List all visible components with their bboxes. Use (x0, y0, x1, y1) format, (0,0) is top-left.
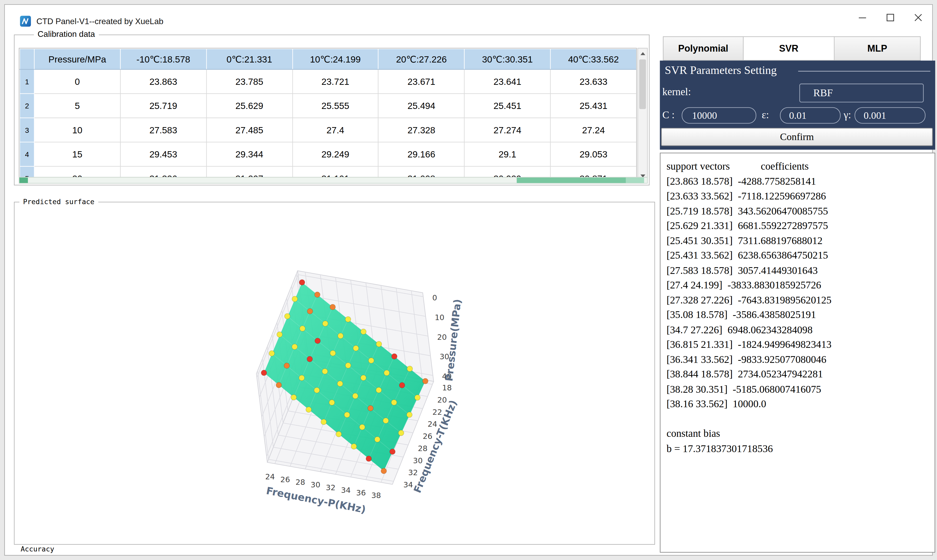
table-cell[interactable]: 29.344 (207, 142, 292, 166)
table-cell[interactable]: 23.863 (120, 69, 206, 93)
data-point (338, 333, 343, 338)
table-cell[interactable]: 0 (34, 69, 120, 93)
x-tick-label: 30 (311, 480, 320, 489)
sv-header: support vectors coefficients (667, 159, 935, 174)
table-cell[interactable]: 25.431 (550, 94, 637, 118)
tab-polynomial[interactable]: Polynomial (663, 36, 744, 60)
table-cell[interactable]: 23.633 (550, 69, 637, 93)
support-vector-point (299, 280, 305, 285)
column-header[interactable]: -10℃:18.578 (120, 49, 206, 69)
horizontal-scroll-left-cap[interactable] (20, 177, 28, 183)
calibration-table[interactable]: Pressure/MPa-10℃:18.5780℃:21.33110℃:24.1… (19, 48, 637, 181)
table-cell[interactable]: 23.671 (378, 69, 464, 93)
epsilon-value: 0.01 (789, 109, 806, 122)
z-tick-label: 0 (432, 293, 437, 302)
table-horizontal-scrollbar[interactable] (19, 177, 647, 184)
row-number[interactable]: 3 (20, 118, 34, 142)
epsilon-input[interactable]: 0.01 (780, 107, 841, 123)
table-corner-cell (20, 49, 34, 69)
row-number[interactable]: 2 (20, 94, 34, 118)
vertical-scroll-thumb[interactable] (639, 59, 646, 109)
horizontal-scroll-right-cap[interactable] (626, 177, 644, 183)
table-vertical-scrollbar[interactable] (638, 48, 648, 181)
kernel-select[interactable]: RBF (800, 83, 924, 102)
table-cell[interactable]: 25.494 (378, 94, 464, 118)
y-tick-label: 28 (418, 444, 428, 453)
table-cell[interactable]: 27.24 (550, 118, 637, 142)
row-number[interactable]: 1 (20, 69, 34, 93)
table-cell[interactable]: 25.555 (292, 94, 378, 118)
data-point (314, 388, 320, 393)
horizontal-scroll-thumb[interactable] (517, 177, 626, 183)
data-point (299, 326, 305, 331)
kernel-value: RBF (814, 87, 833, 99)
c-input[interactable]: 10000 (682, 107, 756, 123)
titlebar: CTD Panel-V1--created by XueLab (5, 5, 932, 30)
column-header[interactable]: 10℃:24.199 (292, 49, 378, 69)
z-tick-label: 10 (435, 313, 444, 322)
data-point (351, 443, 357, 449)
table-cell[interactable]: 29.249 (292, 142, 378, 166)
tab-svr[interactable]: SVR (744, 36, 834, 60)
table-cell[interactable]: 10 (34, 118, 120, 142)
kernel-label: kernel: (662, 86, 691, 98)
table-cell[interactable]: 27.274 (465, 118, 550, 142)
table-cell[interactable]: 27.485 (207, 118, 292, 142)
table-cell[interactable]: 27.583 (120, 118, 206, 142)
table-row: 41529.45329.34429.24929.16629.129.053 (20, 142, 637, 166)
close-button[interactable] (904, 5, 932, 30)
table-row: 2525.71925.62925.55525.49425.45125.431 (20, 94, 637, 118)
gamma-input[interactable]: 0.001 (854, 107, 925, 123)
minimize-icon (858, 13, 867, 22)
table-cell[interactable]: 25.451 (465, 94, 550, 118)
column-header[interactable]: 20℃:27.226 (378, 49, 464, 69)
data-point (361, 375, 366, 380)
column-header[interactable]: 30℃:30.351 (465, 49, 550, 69)
x-tick-label: 32 (326, 483, 335, 492)
support-vector-point (307, 308, 313, 314)
table-cell[interactable]: 29.053 (550, 142, 637, 166)
minimize-button[interactable] (849, 5, 876, 30)
table-cell[interactable]: 29.1 (465, 142, 550, 166)
table-cell[interactable]: 23.721 (292, 69, 378, 93)
table-cell[interactable]: 23.785 (207, 69, 292, 93)
data-point (353, 393, 358, 398)
support-vector-row: [27.328 27.226] -7643.8319895620125 (667, 293, 935, 308)
table-cell[interactable]: 29.453 (120, 142, 206, 166)
support-vector-point (284, 363, 290, 368)
calibration-group: Calibration data Pressure/MPa-10℃:18.578… (14, 34, 650, 185)
data-point (336, 431, 341, 437)
data-point (376, 387, 381, 393)
support-vector-point (367, 405, 373, 411)
bias-label: constant bias (667, 427, 935, 442)
table-cell[interactable]: 25.629 (207, 94, 292, 118)
row-number[interactable]: 4 (20, 142, 34, 166)
z-tick-label: 20 (437, 333, 447, 342)
table-cell[interactable]: 27.4 (292, 118, 378, 142)
support-vector-row: [25.719 18.578] 343.56206470085755 (667, 204, 935, 218)
maximize-button[interactable] (877, 5, 904, 30)
y-tick-label: 32 (408, 468, 418, 477)
data-point (353, 346, 358, 351)
data-point (306, 407, 311, 412)
tab-mlp[interactable]: MLP (834, 36, 921, 60)
data-point (344, 412, 350, 417)
window-title: CTD Panel-V1--created by XueLab (36, 17, 163, 26)
x-tick-label: 36 (356, 488, 366, 497)
column-header[interactable]: 40℃:33.562 (550, 49, 637, 69)
column-header[interactable]: Pressure/MPa (34, 49, 120, 69)
y-tick-label: 30 (413, 456, 423, 465)
scroll-up-icon[interactable] (638, 49, 647, 58)
support-vectors-output[interactable]: support vectors coefficients[23.863 18.5… (660, 153, 935, 553)
table-cell[interactable]: 5 (34, 94, 120, 118)
table-cell[interactable]: 27.328 (378, 118, 464, 142)
table-cell[interactable]: 15 (34, 142, 120, 166)
column-header[interactable]: 0℃:21.331 (207, 49, 292, 69)
support-vector-row: [36.815 21.331] -1824.9499649823413 (667, 337, 935, 352)
table-cell[interactable]: 25.719 (120, 94, 206, 118)
confirm-button[interactable]: Confirm (661, 128, 933, 146)
table-cell[interactable]: 29.166 (378, 142, 464, 166)
data-point (345, 317, 351, 322)
x-tick-label: 38 (371, 491, 381, 500)
table-cell[interactable]: 23.641 (465, 69, 550, 93)
